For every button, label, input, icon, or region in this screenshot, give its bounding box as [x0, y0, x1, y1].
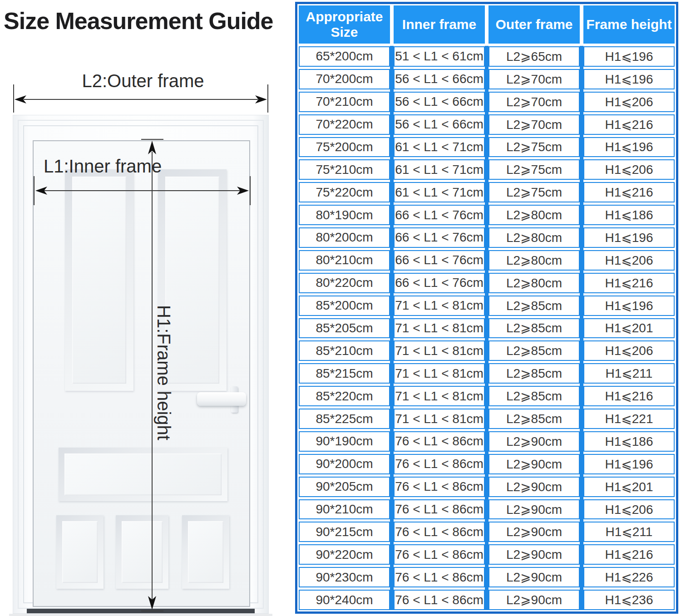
table-cell: H1⩽201 [583, 318, 675, 339]
table-cell: 85*210cm [299, 340, 390, 361]
table-cell: L2⩾75cm [489, 182, 580, 202]
table-cell: 66 < L1 < 76cm [394, 205, 485, 225]
table-cell: L2⩾85cm [489, 340, 580, 361]
table-cell: 61 < L1 < 71cm [394, 182, 485, 202]
table-cell: 90*210cm [299, 499, 390, 520]
header-cell-inner-frame: Inner frame [394, 5, 485, 44]
table-cell: H1⩽216 [583, 386, 675, 406]
arrowhead-left [15, 95, 26, 103]
table-cell: 76 < L1 < 86cm [394, 431, 485, 452]
table-cell: 65*200cm [299, 46, 390, 67]
table-row: 65*200cm51 < L1 < 61cmL2⩾65cmH1⩽196 [299, 46, 675, 67]
table-cell: H1⩽196 [583, 69, 675, 89]
table-row: 80*190cm66 < L1 < 76cmL2⩾80cmH1⩽186 [299, 205, 675, 225]
header-cell-appropriate-size: Appropriate Size [299, 5, 390, 44]
table-row: 85*205cm71 < L1 < 81cmL2⩾85cmH1⩽201 [299, 318, 675, 339]
table-cell: L2⩾85cm [489, 363, 580, 384]
table-cell: 75*220cm [299, 182, 390, 202]
table-cell: 56 < L1 < 66cm [394, 114, 485, 135]
door-panel-upper-left [65, 169, 133, 391]
table-row: 85*210cm71 < L1 < 81cmL2⩾85cmH1⩽206 [299, 340, 675, 361]
table-row: 90*210cm76 < L1 < 86cmL2⩾90cmH1⩽206 [299, 499, 675, 520]
table-row: 80*200cm66 < L1 < 76cmL2⩾80cmH1⩽196 [299, 227, 675, 248]
table-cell: L2⩾70cm [489, 92, 580, 112]
outer-frame-label: L2:Outer frame [77, 71, 209, 91]
table-cell: L2⩾70cm [489, 114, 580, 135]
table-cell: 85*215cm [299, 363, 390, 384]
table-cell: L2⩾70cm [489, 69, 580, 89]
table-row: 80*210cm66 < L1 < 76cmL2⩾80cmH1⩽206 [299, 250, 675, 271]
table-cell: 76 < L1 < 86cm [394, 477, 485, 497]
table-cell: H1⩽206 [583, 499, 675, 520]
table-cell: 70*220cm [299, 114, 390, 135]
table-cell: H1⩽206 [583, 250, 675, 271]
table-cell: L2⩾80cm [489, 227, 580, 248]
table-cell: L2⩾90cm [489, 431, 580, 452]
table-cell: H1⩽196 [583, 296, 675, 316]
header-cell-frame-height: Frame height [583, 5, 675, 44]
table-cell: 66 < L1 < 76cm [394, 273, 485, 293]
table-cell: 80*210cm [299, 250, 390, 271]
frame-height-label: H1:Frame height [153, 305, 174, 440]
table-row: 85*215cm71 < L1 < 81cmL2⩾85cmH1⩽211 [299, 363, 675, 384]
table-cell: H1⩽196 [583, 46, 675, 67]
table-row: 75*200cm61 < L1 < 71cmL2⩾75cmH1⩽196 [299, 137, 675, 158]
table-cell: 85*205cm [299, 318, 390, 339]
table-row: 70*200cm56 < L1 < 66cmL2⩾70cmH1⩽196 [299, 69, 675, 89]
table-cell: 71 < L1 < 81cm [394, 340, 485, 361]
table-row: 85*200cm71 < L1 < 81cmL2⩾85cmH1⩽196 [299, 296, 675, 316]
table-cell: H1⩽206 [583, 340, 675, 361]
table-cell: 75*210cm [299, 159, 390, 180]
table-cell: H1⩽196 [583, 454, 675, 474]
table-row: 75*210cm61 < L1 < 71cmL2⩾75cmH1⩽206 [299, 159, 675, 180]
table-cell: L2⩾80cm [489, 273, 580, 293]
table-cell: 61 < L1 < 71cm [394, 159, 485, 180]
table-body: 65*200cm51 < L1 < 61cmL2⩾65cmH1⩽19670*20… [299, 46, 675, 610]
door-threshold [27, 609, 255, 613]
table-cell: 76 < L1 < 86cm [394, 499, 485, 520]
table-cell: 66 < L1 < 76cm [394, 250, 485, 271]
door-panel-bottom-center [116, 515, 168, 589]
table-cell: 90*215cm [299, 522, 390, 542]
table-cell: H1⩽201 [583, 477, 675, 497]
table-row: 85*220cm71 < L1 < 81cmL2⩾85cmH1⩽216 [299, 386, 675, 406]
table-cell: H1⩽221 [583, 409, 675, 429]
table-row: 85*225cm71 < L1 < 81cmL2⩾85cmH1⩽221 [299, 409, 675, 429]
table-cell: 90*220cm [299, 544, 390, 565]
page-title: Size Measurement Guide [4, 7, 294, 34]
table-cell: L2⩾65cm [489, 46, 580, 67]
table-cell: H1⩽206 [583, 92, 675, 112]
table-header-row: Appropriate Size Inner frame Outer frame… [299, 5, 675, 44]
table-cell: 90*205cm [299, 477, 390, 497]
table-cell: 80*190cm [299, 205, 390, 225]
table-cell: H1⩽206 [583, 159, 675, 180]
table-cell: H1⩽196 [583, 137, 675, 158]
table-cell: H1⩽216 [583, 273, 675, 293]
table-cell: 71 < L1 < 81cm [394, 318, 485, 339]
table-cell: H1⩽211 [583, 363, 675, 384]
table-cell: 90*230cm [299, 567, 390, 587]
table-cell: L2⩾90cm [489, 544, 580, 565]
table-row: 90*240cm76 < L1 < 86cmL2⩾90cmH1⩽236 [299, 590, 675, 610]
table-cell: H1⩽226 [583, 567, 675, 587]
table-cell: 70*200cm [299, 69, 390, 89]
table-cell: H1⩽186 [583, 431, 675, 452]
table-cell: L2⩾85cm [489, 386, 580, 406]
door-panel-middle [59, 448, 227, 501]
table-cell: 76 < L1 < 86cm [394, 522, 485, 542]
table-cell: 70*210cm [299, 92, 390, 112]
table-row: 80*220cm66 < L1 < 76cmL2⩾80cmH1⩽216 [299, 273, 675, 293]
table-cell: 71 < L1 < 81cm [394, 296, 485, 316]
table-cell: H1⩽196 [583, 227, 675, 248]
table-row: 90*215cm76 < L1 < 86cmL2⩾90cmH1⩽211 [299, 522, 675, 542]
table-cell: L2⩾75cm [489, 159, 580, 180]
table-cell: L2⩾75cm [489, 137, 580, 158]
table-cell: H1⩽236 [583, 590, 675, 610]
table-cell: H1⩽186 [583, 205, 675, 225]
table-cell: 85*200cm [299, 296, 390, 316]
table-row: 70*210cm56 < L1 < 66cmL2⩾70cmH1⩽206 [299, 92, 675, 112]
table-cell: H1⩽216 [583, 114, 675, 135]
table-cell: 90*200cm [299, 454, 390, 474]
table-cell: 80*200cm [299, 227, 390, 248]
table-row: 70*220cm56 < L1 < 66cmL2⩾70cmH1⩽216 [299, 114, 675, 135]
